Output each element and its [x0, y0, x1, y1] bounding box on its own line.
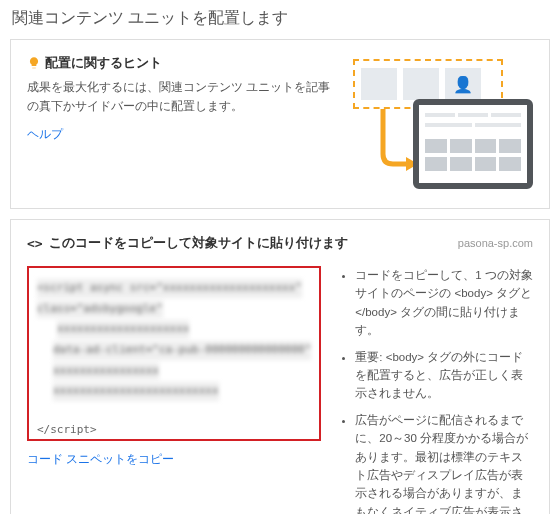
- code-copy-card: <> このコードをコピーして対象サイトに貼り付けます pasona-sp.com…: [10, 219, 550, 514]
- code-line: xxxxxxxxxxxxxxxxxxxxxxxxx: [53, 382, 219, 401]
- illustration-thumb-icon: [403, 68, 439, 100]
- hint-description: 成果を最大化するには、関連コンテンツ ユニットを記事の真下かサイドバーの中に配置…: [27, 78, 337, 116]
- info-item: コードをコピーして、1 つの対象サイトのページの <body> タグと </bo…: [355, 266, 533, 340]
- page-title: 関連コンテンツ ユニットを配置します: [0, 0, 560, 35]
- hint-heading: 配置に関するヒント: [27, 54, 337, 72]
- copy-snippet-link[interactable]: コード スニペットをコピー: [27, 451, 174, 468]
- help-link[interactable]: ヘルプ: [27, 127, 63, 141]
- illustration-thumb-icon: [361, 68, 397, 100]
- info-item: 広告がページに配信されるまでに、20～30 分程度かかる場合があります。最初は標…: [355, 411, 533, 514]
- hint-heading-text: 配置に関するヒント: [45, 54, 162, 72]
- code-line: <script async src="xxxxxxxxxxxxxxxxxxxx": [37, 279, 302, 298]
- illustration-thumb-icon: 👤: [445, 68, 481, 100]
- code-icon: <>: [27, 236, 43, 251]
- lightbulb-icon: [27, 56, 41, 70]
- placement-hint-card: 配置に関するヒント 成果を最大化するには、関連コンテンツ ユニットを記事の真下か…: [10, 39, 550, 209]
- code-line: class="adsbygoogle": [37, 300, 163, 319]
- domain-label: pasona-sp.com: [458, 237, 533, 249]
- illustration-device: [413, 99, 533, 189]
- info-list: コードをコピーして、1 つの対象サイトのページの <body> タグと </bo…: [339, 266, 533, 514]
- code-snippet-box: <script async src="xxxxxxxxxxxxxxxxxxxx"…: [27, 266, 321, 441]
- code-line: </script>: [37, 423, 97, 436]
- code-line: xxxxxxxxxxxxxxxx: [53, 362, 159, 381]
- info-item: 重要: <body> タグの外にコードを配置すると、広告が正しく表示されません。: [355, 348, 533, 403]
- placement-illustration: 👤: [353, 54, 533, 194]
- copy-title-text: このコードをコピーして対象サイトに貼り付けます: [49, 234, 348, 252]
- copy-section-title: <> このコードをコピーして対象サイトに貼り付けます: [27, 234, 348, 252]
- code-line: data-ad-client="ca-pub-000000000000000": [53, 341, 311, 360]
- code-line: xxxxxxxxxxxxxxxxxxxx: [57, 320, 189, 339]
